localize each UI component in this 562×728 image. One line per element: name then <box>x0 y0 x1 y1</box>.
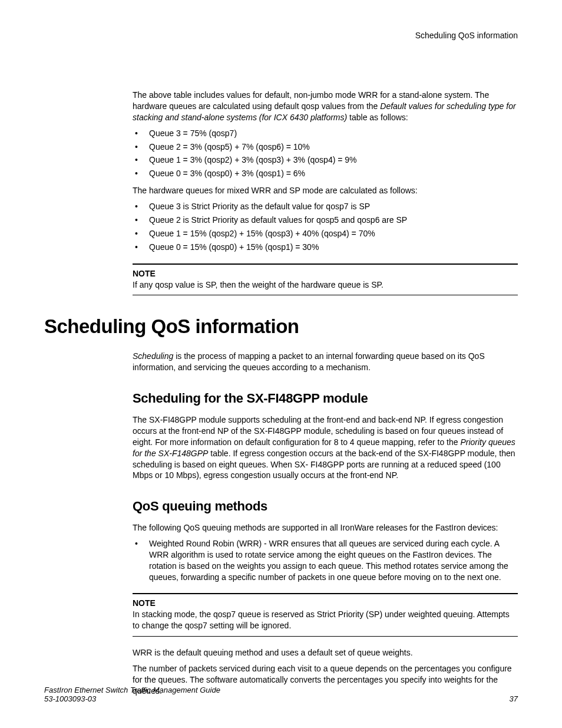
intro2-paragraph: The hardware queues for mixed WRR and SP… <box>133 185 518 196</box>
note-label: NOTE <box>133 268 518 279</box>
list-item: Weighted Round Robin (WRR) - WRR ensures… <box>133 538 518 583</box>
list-item: Queue 2 is Strict Priority as default va… <box>133 215 518 226</box>
footer-left: FastIron Ethernet Switch Traffic Managem… <box>44 686 220 703</box>
scheduling-term: Scheduling <box>133 351 173 361</box>
note-box-2: NOTE In stacking mode, the qosp7 queue i… <box>133 593 518 637</box>
queue-list-2: Queue 3 is Strict Priority as the defaul… <box>133 201 518 253</box>
list-item: Queue 1 = 15% (qosp2) + 15% (qosp3) + 40… <box>133 228 518 239</box>
qos-intro-paragraph: The following QoS queuing methods are su… <box>133 522 518 533</box>
list-item: Queue 1 = 3% (qosp2) + 3% (qosp3) + 3% (… <box>133 154 518 166</box>
queue-list-1: Queue 3 = 75% (qosp7) Queue 2 = 3% (qosp… <box>133 128 518 180</box>
sx-paragraph: The SX-FI48GPP module supports schedulin… <box>133 414 518 481</box>
note-text: If any qosp value is SP, then the weight… <box>133 279 518 291</box>
page-number: 37 <box>510 694 518 703</box>
heading-sx-module: Scheduling for the SX-FI48GPP module <box>133 390 518 407</box>
heading-qos-methods: QoS queuing methods <box>133 498 518 515</box>
scheduling-rest: is the process of mapping a packet to an… <box>133 351 485 372</box>
list-item: Queue 3 is Strict Priority as the defaul… <box>133 201 518 212</box>
note-text: In stacking mode, the qosp7 queue is res… <box>133 609 518 631</box>
sx-text-a: The SX-FI48GPP module supports schedulin… <box>133 415 503 447</box>
page-footer: FastIron Ethernet Switch Traffic Managem… <box>44 686 518 703</box>
footer-doc-number: 53-1003093-03 <box>44 694 220 703</box>
note-box-1: NOTE If any qosp value is SP, then the w… <box>133 263 518 296</box>
intro-text-c: table as follows: <box>347 113 408 122</box>
qos-methods-list: Weighted Round Robin (WRR) - WRR ensures… <box>133 538 518 583</box>
list-item: Queue 0 = 15% (qosp0) + 15% (qosp1) = 30… <box>133 242 518 253</box>
list-item: Queue 3 = 75% (qosp7) <box>133 128 518 139</box>
running-header: Scheduling QoS information <box>44 31 518 40</box>
list-item: Queue 2 = 3% (qosp5) + 7% (qosp6) = 10% <box>133 141 518 153</box>
note-label: NOTE <box>133 598 518 609</box>
tail-paragraph-1: WRR is the default queuing method and us… <box>133 647 518 658</box>
section-content: Scheduling is the process of mapping a p… <box>133 351 518 696</box>
intro-paragraph: The above table includes values for defa… <box>133 90 518 123</box>
footer-doc-title: FastIron Ethernet Switch Traffic Managem… <box>44 686 220 694</box>
heading-scheduling-qos: Scheduling QoS information <box>44 315 518 338</box>
main-content: The above table includes values for defa… <box>133 90 518 295</box>
list-item: Queue 0 = 3% (qosp0) + 3% (qosp1) = 6% <box>133 168 518 179</box>
scheduling-definition: Scheduling is the process of mapping a p… <box>133 351 518 373</box>
